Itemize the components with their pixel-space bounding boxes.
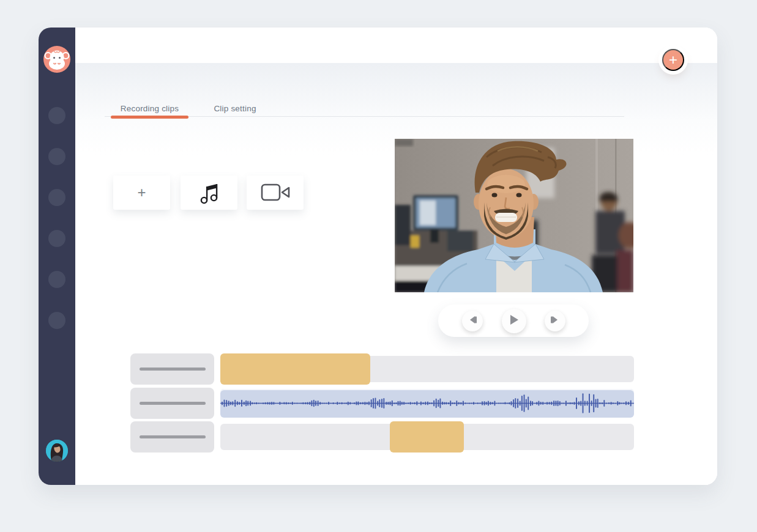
video-preview	[395, 139, 633, 292]
audio-clip-waveform[interactable]	[220, 389, 634, 418]
timeline-row-audio	[130, 388, 628, 419]
header-bar	[75, 28, 717, 63]
overlay-clip[interactable]	[390, 421, 464, 453]
tab-bar: Recording clips Clip setting	[111, 100, 269, 117]
video-clip[interactable]	[220, 353, 370, 385]
track-drag-handle[interactable]	[130, 388, 214, 419]
overlay-track	[220, 421, 634, 453]
play-button[interactable]	[502, 309, 526, 333]
add-fab-button[interactable]: +	[662, 49, 684, 71]
video-camera-icon	[259, 180, 291, 206]
sidebar-nav-item-2[interactable]	[48, 148, 65, 165]
step-backward-button[interactable]	[462, 311, 483, 331]
sidebar-nav-item-4[interactable]	[48, 230, 65, 247]
playback-bar	[438, 305, 589, 337]
track-drag-handle[interactable]	[130, 353, 214, 385]
track-drag-handle[interactable]	[130, 421, 214, 453]
video-track	[220, 353, 634, 385]
tab-clip-setting[interactable]: Clip setting	[201, 100, 269, 117]
audio-track	[220, 388, 634, 419]
add-music-button[interactable]	[181, 175, 237, 210]
track-label-placeholder	[140, 402, 206, 405]
tab-recording-clips[interactable]: Recording clips	[111, 100, 188, 117]
app-window: + Recording clips Clip setting +	[39, 28, 717, 485]
step-forward-button[interactable]	[545, 311, 565, 331]
sidebar-nav-item-5[interactable]	[48, 271, 65, 288]
music-note-icon	[199, 180, 220, 206]
sidebar	[39, 28, 75, 485]
sidebar-nav-item-6[interactable]	[48, 312, 65, 329]
waveform-graphic	[220, 389, 634, 418]
add-clip-button[interactable]: +	[113, 175, 170, 210]
user-avatar-photo[interactable]	[46, 440, 68, 462]
step-forward-icon	[550, 316, 560, 326]
step-backward-icon	[468, 316, 477, 326]
track-label-placeholder	[140, 368, 206, 371]
sidebar-nav-item-1[interactable]	[48, 107, 65, 124]
timeline-row-overlay	[130, 421, 628, 453]
track-label-placeholder	[140, 435, 206, 438]
timeline-row-video	[130, 353, 628, 385]
page: { "colors": { "accent_orange": "#e4714f"…	[0, 0, 757, 532]
add-camera-button[interactable]	[247, 175, 304, 210]
play-icon	[509, 314, 519, 327]
sidebar-nav-item-3[interactable]	[48, 189, 65, 206]
monkey-logo-icon	[43, 46, 70, 73]
main-panel: + Recording clips Clip setting +	[75, 28, 717, 485]
